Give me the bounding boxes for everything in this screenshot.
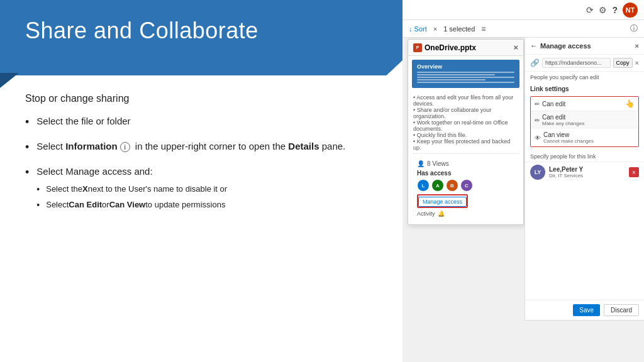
- ma-header: ← Manage access ×: [525, 38, 644, 55]
- filename: OneDrive.pptx: [425, 43, 476, 52]
- close-selected-icon[interactable]: ×: [433, 25, 437, 33]
- copy-button[interactable]: Copy: [613, 58, 633, 68]
- blue-banner: Share and Collaborate: [0, 0, 402, 75]
- activity-label: Activity: [417, 211, 435, 217]
- perm-left: ✏ Can edit: [535, 101, 565, 107]
- ma-footer: Save Discard: [525, 300, 644, 320]
- od-toolbar: ↓ Sort × 1 selected ≡ ⓘ: [402, 20, 644, 38]
- overview-line2: [417, 74, 495, 75]
- activity-row: Activity 🔔: [417, 211, 514, 217]
- manage-access-panel: ← Manage access × 🔗 https://mdandersono.…: [525, 38, 644, 321]
- bullet2-prefix: Select: [36, 141, 65, 151]
- left-panel: Share and Collaborate Stop or change sha…: [0, 0, 402, 362]
- overview-box: Overview: [412, 60, 519, 88]
- remove-link-icon[interactable]: ×: [635, 59, 639, 67]
- selected-badge: 1 selected: [443, 25, 475, 33]
- list-item-text: Select Manage access and: Select the X n…: [36, 165, 377, 214]
- stats-line5: • Keep your files protected and backed u…: [413, 138, 510, 151]
- manage-access-button[interactable]: Manage access: [418, 197, 467, 207]
- list-item: Select Informationi in the upper-right c…: [25, 140, 377, 156]
- share-icon[interactable]: ⟳: [586, 5, 594, 15]
- page-title: Share and Collaborate: [25, 18, 377, 44]
- views-area: 👤 8 Views Has access L A B C Manage acce…: [412, 156, 519, 221]
- discard-button[interactable]: Discard: [604, 304, 639, 316]
- sub-bullet-text2-suffix: to update permissions: [145, 199, 225, 211]
- person-icon: 👤: [417, 160, 425, 167]
- avatars-row: L A B C: [417, 179, 514, 192]
- gear-icon[interactable]: ⚙: [599, 5, 607, 15]
- subtitle: Stop or change sharing: [25, 93, 377, 104]
- manage-access-btn-wrapper: Manage access: [417, 194, 514, 208]
- eye-icon: 👁: [535, 134, 541, 141]
- specify-label: Specify people for this link: [525, 150, 644, 162]
- bullet-list: Select the file or folder Select Informa…: [25, 114, 377, 214]
- permission-box: ✏ Can edit 👆 ✏ Can edit Make any changes: [530, 96, 639, 147]
- sub-bullet-text1: next to the User's name to disable it or: [88, 183, 227, 195]
- ma-subtitle: People you specify can edit: [525, 72, 644, 83]
- bell-icon: 🔔: [438, 211, 445, 217]
- sort-button[interactable]: ↓ Sort: [409, 25, 427, 33]
- sub-bullet-canedit-bold: Can Edit: [69, 199, 102, 211]
- avatar-1: L: [417, 179, 430, 192]
- more-options-icon[interactable]: ≡: [481, 25, 486, 33]
- question-icon[interactable]: ?: [612, 5, 618, 15]
- remove-user-button[interactable]: ×: [629, 167, 639, 177]
- user-title: Dir, IT Services: [549, 173, 625, 178]
- od-header: ⟳ ⚙ ? NT: [402, 0, 644, 20]
- ma-link-row: 🔗 https://mdandersono... Copy ×: [525, 55, 644, 72]
- bullet1-text: Select the file or folder: [36, 116, 130, 126]
- user-info: Lee,Peter Y Dir, IT Services: [549, 166, 625, 178]
- can-view-label: Can view: [543, 131, 594, 138]
- back-arrow-icon[interactable]: ←: [530, 41, 538, 50]
- file-panel-header: P OneDrive.pptx ×: [408, 40, 523, 56]
- stats-line2: • Share and/or collaborate your organiza…: [413, 107, 491, 119]
- overview-line: [417, 72, 514, 73]
- file-panel-content: Overview • Access and edit your files fr…: [408, 56, 523, 224]
- perm-desc-block2: Can view Cannot make changes: [543, 131, 594, 144]
- manage-access-highlight: Manage access: [417, 194, 468, 208]
- ppt-icon: P: [413, 43, 422, 52]
- list-item-text: Select the file or folder: [36, 114, 377, 129]
- overview-line5: [417, 82, 514, 83]
- sub-bullet-label: Select the: [46, 183, 82, 195]
- list-item: Select the file or folder: [25, 114, 377, 131]
- overview-line3: [417, 77, 514, 78]
- list-item-text: Select Informationi in the upper-right c…: [36, 140, 377, 154]
- avatar-4: C: [460, 179, 473, 192]
- bullet2-bold: Information: [65, 141, 118, 151]
- perm-row-canedit-desc[interactable]: ✏ Can edit Make any changes: [531, 111, 638, 129]
- sub-list-item: Select the X next to the User's name to …: [36, 183, 377, 196]
- perm-desc-block: Can edit Make any changes: [542, 114, 584, 126]
- perm-left2: ✏ Can edit Make any changes: [535, 114, 584, 126]
- link-url-input[interactable]: https://mdandersono...: [542, 58, 611, 68]
- stats-line4: • Quickly find this file.: [413, 132, 467, 138]
- can-edit-label2: Can edit: [542, 114, 584, 121]
- perm-row-canedit-selected[interactable]: ✏ Can edit 👆: [531, 97, 638, 111]
- screenshot-container: ⟳ ⚙ ? NT ↓ Sort × 1 selected ≡ ⓘ P OneDr…: [402, 0, 644, 362]
- manage-access-title: Manage access: [540, 42, 591, 50]
- user-avatar-circle: LY: [530, 165, 545, 180]
- sub-bullet-text2-prefix: Select: [46, 199, 69, 211]
- file-stats: • Access and edit your files from all yo…: [412, 92, 519, 154]
- overview-title: Overview: [417, 63, 514, 70]
- close-panel-icon[interactable]: ×: [513, 43, 518, 52]
- file-panel: P OneDrive.pptx × Overview • Access and …: [408, 39, 524, 225]
- link-settings-label: Link settings: [525, 83, 644, 94]
- content-area: Stop or change sharing Select the file o…: [0, 75, 402, 236]
- info-toolbar-icon[interactable]: ⓘ: [630, 23, 638, 34]
- avatar-2: A: [431, 179, 444, 192]
- perm-left3: 👁 Can view Cannot make changes: [535, 131, 594, 144]
- cursor-icon: 👆: [625, 99, 635, 108]
- list-item: Select Manage access and: Select the X n…: [25, 165, 377, 214]
- stats-line1: • Access and edit your files from all yo…: [413, 94, 513, 107]
- close-manage-icon[interactable]: ×: [635, 42, 639, 50]
- user-initials: NT: [626, 6, 635, 14]
- sub-bullet-text2-or: or: [102, 199, 109, 211]
- perm-row-canview[interactable]: 👁 Can view Cannot make changes: [531, 129, 638, 146]
- user-avatar[interactable]: NT: [623, 3, 638, 18]
- sub-bullet-x-bold: X: [82, 183, 88, 195]
- sub-list-item: Select Can Edit or Can View to update pe…: [36, 199, 377, 212]
- stats-line3: • Work together on real-time on Office d…: [413, 119, 508, 132]
- save-button[interactable]: Save: [573, 304, 600, 316]
- info-icon: i: [120, 142, 130, 152]
